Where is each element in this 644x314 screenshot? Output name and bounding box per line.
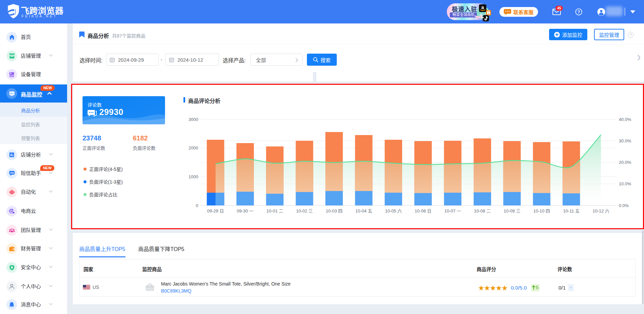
svg-text:?: ? [578,9,580,14]
svg-text:a: a [481,5,484,10]
svg-text:SMS: SMS [10,172,14,174]
